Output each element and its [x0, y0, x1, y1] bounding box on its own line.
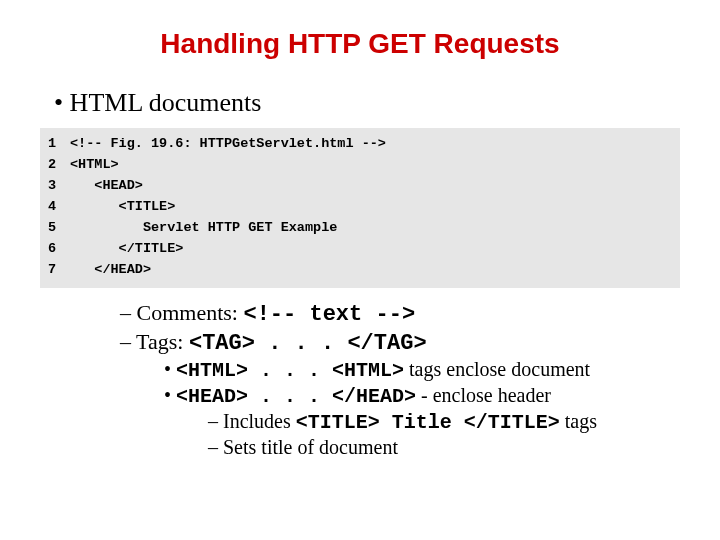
- code-line: 1<!-- Fig. 19.6: HTTPGetServlet.html -->: [48, 134, 672, 155]
- code-text: Servlet HTTP GET Example: [70, 220, 337, 235]
- note-code: <HEAD> . . . </HEAD>: [176, 385, 416, 408]
- line-number: 1: [48, 134, 70, 155]
- line-number: 3: [48, 176, 70, 197]
- code-block: 1<!-- Fig. 19.6: HTTPGetServlet.html -->…: [40, 128, 680, 288]
- code-line: 6 </TITLE>: [48, 239, 672, 260]
- slide-title: Handling HTTP GET Requests: [36, 28, 684, 60]
- note-title-tags: Includes <TITLE> Title </TITLE> tags: [208, 410, 684, 434]
- line-number: 4: [48, 197, 70, 218]
- code-text: </HEAD>: [70, 262, 151, 277]
- line-number: 2: [48, 155, 70, 176]
- note-sets-title: Sets title of document: [208, 436, 684, 459]
- note-text: Sets title of document: [223, 436, 398, 458]
- note-code: <!-- text -->: [243, 302, 415, 327]
- bullet-html-documents: HTML documents: [54, 88, 684, 118]
- note-tags: Tags: <TAG> . . . </TAG>: [120, 329, 684, 356]
- slide: Handling HTTP GET Requests HTML document…: [0, 0, 720, 540]
- note-head-tags: <HEAD> . . . </HEAD> - enclose header: [164, 384, 684, 408]
- code-text: <TITLE>: [70, 199, 175, 214]
- note-text: Includes: [223, 410, 296, 432]
- code-line: 7 </HEAD>: [48, 260, 672, 281]
- line-number: 6: [48, 239, 70, 260]
- note-text: Tags:: [136, 329, 189, 354]
- note-code: <TITLE> Title </TITLE>: [296, 411, 560, 434]
- line-number: 7: [48, 260, 70, 281]
- notes-level-2: Comments: <!-- text --> Tags: <TAG> . . …: [120, 300, 684, 356]
- code-text: <!-- Fig. 19.6: HTTPGetServlet.html -->: [70, 136, 386, 151]
- note-text: tags enclose document: [404, 358, 590, 380]
- code-line: 3 <HEAD>: [48, 176, 672, 197]
- note-comments: Comments: <!-- text -->: [120, 300, 684, 327]
- notes-level-4: Includes <TITLE> Title </TITLE> tags Set…: [208, 410, 684, 459]
- note-html-tags: <HTML> . . . <HTML> tags enclose documen…: [164, 358, 684, 382]
- code-text: </TITLE>: [70, 241, 183, 256]
- note-code: <HTML> . . . <HTML>: [176, 359, 404, 382]
- code-line: 5 Servlet HTTP GET Example: [48, 218, 672, 239]
- code-text: <HEAD>: [70, 178, 143, 193]
- code-line: 4 <TITLE>: [48, 197, 672, 218]
- notes-level-3: <HTML> . . . <HTML> tags enclose documen…: [164, 358, 684, 408]
- note-text: - enclose header: [416, 384, 551, 406]
- line-number: 5: [48, 218, 70, 239]
- note-text: Comments:: [137, 300, 244, 325]
- code-line: 2<HTML>: [48, 155, 672, 176]
- note-code: <TAG> . . . </TAG>: [189, 331, 427, 356]
- code-text: <HTML>: [70, 157, 119, 172]
- note-text: tags: [560, 410, 597, 432]
